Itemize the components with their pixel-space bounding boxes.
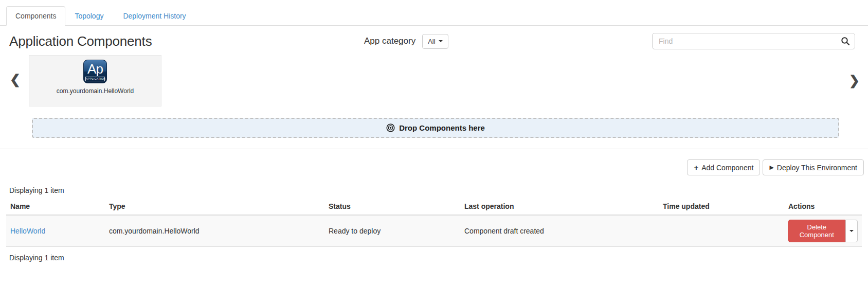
add-component-label: Add Component	[701, 164, 753, 172]
component-actions-cell: Delete Component	[784, 215, 862, 247]
drop-zone-label: Drop Components here	[399, 123, 485, 132]
app-category-group: App category All	[364, 34, 448, 49]
carousel-next-icon[interactable]: ❯	[849, 74, 860, 87]
page-header: Application Components App category All	[0, 26, 868, 52]
column-header-time-updated: Time updated	[659, 198, 784, 215]
target-icon	[386, 123, 395, 132]
component-card[interactable]: Ap APPLICATION com.yourdomain.HelloWorld	[29, 55, 161, 106]
column-header-last-operation: Last operation	[460, 198, 659, 215]
page-title: Application Components	[9, 33, 364, 49]
deploy-label: Deploy This Environment	[777, 164, 857, 172]
search-box	[652, 33, 855, 49]
table-row: HelloWorld com.yourdomain.HelloWorld Rea…	[6, 215, 862, 247]
search-input[interactable]	[652, 33, 855, 49]
tab-bar: Components Topology Deployment History	[0, 0, 868, 26]
components-carousel: ❮ Ap APPLICATION com.yourdomain.HelloWor…	[0, 55, 868, 107]
component-name-link[interactable]: HelloWorld	[10, 227, 45, 235]
application-icon-text: Ap	[84, 60, 106, 78]
plus-icon: +	[694, 164, 698, 171]
component-time-updated-cell	[659, 215, 784, 247]
item-count-bottom: Displaying 1 item	[0, 247, 868, 262]
tab-topology[interactable]: Topology	[65, 6, 113, 26]
app-category-value: All	[428, 38, 435, 45]
environment-actions: + Add Component ▶ Deploy This Environmen…	[0, 159, 868, 175]
delete-button-group: Delete Component	[788, 220, 858, 242]
app-category-dropdown[interactable]: All	[422, 34, 448, 49]
table-header-row: Name Type Status Last operation Time upd…	[6, 198, 862, 215]
tab-components[interactable]: Components	[6, 6, 65, 26]
caret-down-icon	[439, 40, 443, 42]
app-category-label: App category	[364, 36, 415, 46]
add-component-button[interactable]: + Add Component	[687, 159, 760, 175]
caret-down-icon	[849, 230, 854, 232]
drop-components-zone[interactable]: Drop Components here	[32, 118, 839, 138]
carousel-prev-icon[interactable]: ❮	[10, 73, 21, 86]
application-icon-badge: APPLICATION	[85, 77, 105, 81]
column-header-type: Type	[105, 198, 324, 215]
search-icon[interactable]	[841, 37, 850, 46]
section-divider	[0, 149, 868, 149]
component-last-operation-cell: Component draft created	[460, 215, 659, 247]
deploy-environment-button[interactable]: ▶ Deploy This Environment	[763, 159, 864, 175]
component-type-cell: com.yourdomain.HelloWorld	[105, 215, 324, 247]
play-icon: ▶	[769, 165, 773, 170]
application-icon: Ap APPLICATION	[83, 60, 107, 83]
tab-deployment-history[interactable]: Deployment History	[114, 6, 195, 26]
column-header-actions: Actions	[784, 198, 862, 215]
delete-dropdown-toggle[interactable]	[845, 220, 858, 242]
delete-component-button[interactable]: Delete Component	[788, 220, 845, 242]
component-status-cell: Ready to deploy	[324, 215, 460, 247]
item-count-top: Displaying 1 item	[0, 175, 868, 198]
column-header-name: Name	[6, 198, 105, 215]
components-table: Name Type Status Last operation Time upd…	[6, 198, 862, 247]
component-card-label: com.yourdomain.HelloWorld	[57, 87, 134, 95]
column-header-status: Status	[324, 198, 460, 215]
